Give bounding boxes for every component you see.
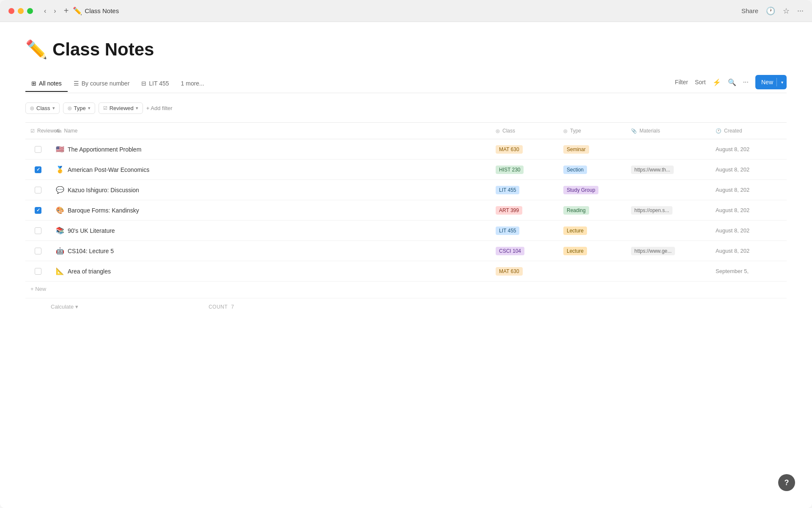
type-badge-3: Study Group xyxy=(563,186,598,194)
cell-checked-4[interactable] xyxy=(25,204,51,217)
cell-type-2[interactable]: Section xyxy=(558,162,626,177)
checkbox-6[interactable] xyxy=(35,248,41,254)
class-filter-label: Class xyxy=(36,105,50,111)
type-filter[interactable]: ◎ Type ▾ xyxy=(63,102,95,114)
tab-more[interactable]: 1 more... xyxy=(175,77,210,92)
ellipsis-icon[interactable]: ··· xyxy=(743,78,749,86)
forward-button[interactable]: › xyxy=(51,6,58,17)
titlebar-actions: Share 🕐 ☆ ··· xyxy=(741,6,804,16)
type-badge-6: Lecture xyxy=(563,247,587,255)
new-btn-chevron[interactable]: ▾ xyxy=(778,80,787,85)
checkbox-2[interactable] xyxy=(35,166,41,173)
col-created-label: Created xyxy=(724,128,742,134)
col-created: 🕐 Created xyxy=(710,125,787,136)
class-badge-3: LIT 455 xyxy=(496,186,519,194)
row-name-6: CS104: Lecture 5 xyxy=(68,248,114,254)
cell-checked-6[interactable] xyxy=(25,244,51,258)
close-button[interactable] xyxy=(8,8,14,14)
cell-type-1[interactable]: Seminar xyxy=(558,142,626,157)
count-label: COUNT xyxy=(208,304,228,310)
cell-class-4[interactable]: ART 399 xyxy=(491,203,558,218)
cell-name-4[interactable]: 🎨 Baroque Forms: Kandinsky xyxy=(51,203,491,218)
cell-materials-6[interactable]: https://www.ge... xyxy=(626,243,710,259)
row-emoji-3: 💬 xyxy=(56,186,64,194)
cell-date-5: August 8, 202 xyxy=(710,224,787,237)
history-button[interactable]: 🕐 xyxy=(766,6,775,16)
calculate-button[interactable]: Calculate ▾ xyxy=(51,304,78,310)
cell-materials-2[interactable]: https://www.th... xyxy=(626,162,710,177)
cell-name-7[interactable]: 📐 Area of triangles xyxy=(51,264,491,279)
col-class-icon: ◎ xyxy=(496,128,500,134)
cell-class-7[interactable]: MAT 630 xyxy=(491,264,558,279)
tab-lit455[interactable]: ⊟ LIT 455 xyxy=(135,77,175,92)
type-badge-1: Seminar xyxy=(563,145,589,154)
share-button[interactable]: Share xyxy=(741,7,758,14)
table-row: 🥇 American Post-War Economics HIST 230 S… xyxy=(25,160,787,180)
lightning-icon[interactable]: ⚡ xyxy=(713,78,721,86)
page-header: ✏️ Class Notes xyxy=(25,39,787,60)
cell-name-6[interactable]: 🤖 CS104: Lecture 5 xyxy=(51,243,491,258)
col-materials-icon: 📎 xyxy=(631,128,637,134)
search-icon[interactable]: 🔍 xyxy=(728,78,736,86)
col-materials: 📎 Materials xyxy=(626,125,710,136)
materials-link-2: https://www.th... xyxy=(631,166,674,174)
cell-type-5[interactable]: Lecture xyxy=(558,223,626,238)
titlebar: ‹ › + ✏️ Class Notes Share 🕐 ☆ ··· xyxy=(0,0,812,22)
checkbox-4[interactable] xyxy=(35,207,41,214)
cell-type-6[interactable]: Lecture xyxy=(558,243,626,259)
reviewed-filter-label: Reviewed xyxy=(110,105,134,111)
col-class: ◎ Class xyxy=(491,125,558,136)
tab-by-course[interactable]: ☰ By course number xyxy=(68,77,136,92)
type-badge-4: Reading xyxy=(563,206,589,215)
cell-class-2[interactable]: HIST 230 xyxy=(491,162,558,177)
add-filter-button[interactable]: + Add filter xyxy=(146,105,173,111)
back-button[interactable]: ‹ xyxy=(41,6,49,17)
table-row: 🎨 Baroque Forms: Kandinsky ART 399 Readi… xyxy=(25,200,787,221)
checkbox-3[interactable] xyxy=(35,187,41,193)
tab-all-notes[interactable]: ⊞ All notes xyxy=(25,77,68,92)
cell-class-1[interactable]: MAT 630 xyxy=(491,142,558,157)
class-filter[interactable]: ◎ Class ▾ xyxy=(25,102,60,114)
cell-class-5[interactable]: LIT 455 xyxy=(491,223,558,238)
cell-name-3[interactable]: 💬 Kazuo Ishiguro: Discussion xyxy=(51,182,491,197)
maximize-button[interactable] xyxy=(27,8,33,14)
cell-class-3[interactable]: LIT 455 xyxy=(491,182,558,198)
checkbox-1[interactable] xyxy=(35,146,41,153)
col-name-label: Name xyxy=(64,128,77,134)
cell-checked-7[interactable] xyxy=(25,265,51,278)
cell-checked-5[interactable] xyxy=(25,224,51,237)
cell-name-5[interactable]: 📚 90's UK Literature xyxy=(51,223,491,238)
more-button[interactable]: ··· xyxy=(797,6,804,15)
sort-button[interactable]: Sort xyxy=(695,79,706,86)
type-filter-chevron: ▾ xyxy=(88,105,91,111)
reviewed-filter[interactable]: ☑ Reviewed ▾ xyxy=(99,102,143,114)
cell-materials-1 xyxy=(626,146,710,153)
class-badge-2: HIST 230 xyxy=(496,166,524,174)
cell-type-4[interactable]: Reading xyxy=(558,203,626,218)
star-button[interactable]: ☆ xyxy=(783,6,790,16)
cell-checked-1[interactable] xyxy=(25,143,51,156)
tab-more-label: 1 more... xyxy=(181,80,204,87)
cell-name-1[interactable]: 🇺🇸 The Apportionment Problem xyxy=(51,142,491,157)
class-badge-4: ART 399 xyxy=(496,206,522,215)
checkbox-7[interactable] xyxy=(35,268,41,275)
add-page-button[interactable]: + xyxy=(64,6,69,16)
filter-button[interactable]: Filter xyxy=(675,79,688,86)
titlebar-title: Class Notes xyxy=(85,7,741,14)
cell-class-6[interactable]: CSCI 104 xyxy=(491,243,558,259)
cell-type-3[interactable]: Study Group xyxy=(558,182,626,198)
table-header: ☑ Reviewed Aa Name ◎ Class ◎ Type 📎 M xyxy=(25,123,787,139)
new-row-button[interactable]: + New xyxy=(25,282,51,296)
col-type: ◎ Type xyxy=(558,125,626,136)
class-badge-7: MAT 630 xyxy=(496,267,523,276)
cell-materials-4[interactable]: https://open.s... xyxy=(626,203,710,218)
cell-checked-3[interactable] xyxy=(25,183,51,197)
tab-by-course-icon: ☰ xyxy=(74,80,79,87)
checkbox-5[interactable] xyxy=(35,227,41,234)
minimize-button[interactable] xyxy=(18,8,24,14)
new-button[interactable]: New ▾ xyxy=(755,75,787,89)
new-btn-divider xyxy=(776,78,777,86)
cell-name-2[interactable]: 🥇 American Post-War Economics xyxy=(51,162,491,177)
cell-checked-2[interactable] xyxy=(25,163,51,177)
help-button[interactable]: ? xyxy=(778,474,795,491)
